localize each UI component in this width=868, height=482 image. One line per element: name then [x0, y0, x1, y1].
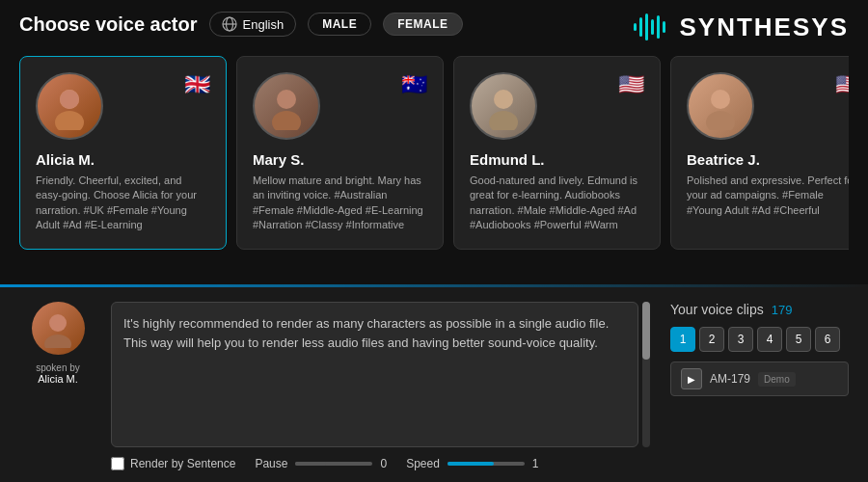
svg-point-17	[706, 111, 735, 130]
render-by-sentence: Render by Sentence	[111, 457, 235, 470]
pause-label: Pause	[255, 457, 287, 470]
actor-name-beatrice: Beatrice J.	[687, 151, 849, 168]
voice-clips-area: Your voice clips 179 1 2 3 4 5 6 ▶ AM-17…	[670, 302, 849, 470]
actor-card-edmund[interactable]: 🇺🇸 Edmund L. Good-natured and lively. Ed…	[453, 56, 661, 250]
avatar-silhouette	[45, 82, 94, 130]
pause-fill	[295, 462, 326, 466]
pause-slider-group: Pause 0	[255, 457, 387, 470]
actor-card-header-mary: 🇦🇺	[253, 72, 427, 140]
logo-area: SYNTHESYS	[632, 12, 850, 42]
actor-card-alicia[interactable]: 🇬🇧 Alicia M. Friendly. Cheerful, excited…	[19, 56, 227, 250]
scrollbar-container	[642, 302, 656, 447]
actor-card-header-edmund: 🇺🇸	[470, 72, 644, 140]
spoken-avatar-image	[39, 309, 77, 348]
audio-track-label: AM-179	[710, 372, 750, 386]
actor-avatar-beatrice	[687, 72, 754, 140]
speed-slider-group: Speed 1	[406, 457, 538, 470]
flag-au: 🇦🇺	[401, 72, 427, 97]
bottom-section: spoken by Alicia M. Render by Sentence P…	[0, 287, 868, 482]
play-button[interactable]: ▶	[681, 368, 702, 389]
avatar-silhouette-mary	[262, 82, 311, 130]
render-checkbox-input[interactable]	[111, 457, 124, 470]
svg-point-19	[44, 335, 71, 348]
actor-name-mary: Mary S.	[253, 151, 427, 168]
female-button[interactable]: FEMALE	[383, 13, 462, 36]
svg-point-18	[49, 314, 67, 332]
actor-name-alicia: Alicia M.	[36, 151, 210, 168]
text-area-wrapper: Render by Sentence Pause 0 Speed 1	[111, 302, 656, 470]
svg-rect-6	[651, 19, 654, 35]
clip-num-6[interactable]: 6	[815, 327, 840, 352]
clip-num-4[interactable]: 4	[757, 327, 782, 352]
render-label: Render by Sentence	[130, 457, 235, 470]
svg-point-11	[60, 90, 79, 109]
actor-name-edmund: Edmund L.	[470, 151, 644, 168]
spoken-avatar	[32, 302, 85, 355]
top-section: Choose voice actor English MALE FEMALE S…	[0, 0, 868, 284]
spoken-by-label: spoken by	[36, 362, 80, 373]
logo-text: SYNTHESYS	[680, 13, 850, 42]
actor-desc-alicia: Friendly. Cheerful, excited, and easy-go…	[36, 174, 210, 233]
svg-rect-5	[645, 13, 648, 40]
flag-us-edmund: 🇺🇸	[618, 72, 644, 97]
svg-rect-4	[639, 17, 642, 37]
actor-card-mary[interactable]: 🇦🇺 Mary S. Mellow mature and bright. Mar…	[236, 56, 444, 250]
clip-num-5[interactable]: 5	[786, 327, 811, 352]
speed-fill	[448, 462, 494, 466]
flag-us-beatrice: 🇺🇸	[835, 72, 849, 97]
clips-label: Your voice clips	[670, 302, 764, 317]
bottom-controls: Render by Sentence Pause 0 Speed 1	[111, 457, 656, 470]
actors-row: 🇬🇧 Alicia M. Friendly. Cheerful, excited…	[19, 56, 849, 250]
avatar-silhouette-beatrice	[696, 82, 745, 130]
clip-num-1[interactable]: 1	[670, 327, 695, 352]
actor-avatar-mary	[253, 72, 320, 140]
speed-value: 1	[532, 457, 539, 470]
actor-desc-beatrice: Polished and expressive. Perfect for you…	[687, 174, 849, 218]
avatar-silhouette-edmund	[479, 82, 528, 130]
spoken-by-name: Alicia M.	[38, 373, 78, 385]
clips-numbers: 1 2 3 4 5 6	[670, 327, 849, 352]
svg-rect-8	[663, 21, 665, 33]
globe-icon	[222, 16, 237, 32]
svg-point-12	[277, 90, 296, 109]
scroll-track	[642, 302, 650, 447]
clip-num-2[interactable]: 2	[699, 327, 724, 352]
svg-rect-3	[634, 23, 637, 31]
svg-point-10	[55, 111, 84, 130]
actor-card-header: 🇬🇧	[36, 72, 210, 140]
clip-num-3[interactable]: 3	[728, 327, 753, 352]
demo-badge: Demo	[758, 372, 796, 387]
actor-card-beatrice[interactable]: 🇺🇸 Beatrice J. Polished and expressive. …	[670, 56, 849, 250]
waveform-logo-icon	[632, 12, 670, 42]
actor-card-header-beatrice: 🇺🇸	[687, 72, 849, 140]
actor-desc-edmund: Good-natured and lively. Edmund is great…	[470, 174, 644, 233]
spoken-by-area: spoken by Alicia M.	[19, 302, 96, 470]
clips-count: 179	[772, 303, 793, 317]
svg-rect-7	[657, 15, 660, 39]
page-title: Choose voice actor	[19, 13, 198, 36]
svg-point-15	[489, 111, 518, 130]
male-button[interactable]: MALE	[308, 13, 371, 36]
language-label: English	[243, 17, 285, 32]
audio-player: ▶ AM-179 Demo	[670, 362, 849, 396]
speed-label: Speed	[406, 457, 440, 470]
pause-value: 0	[380, 457, 387, 470]
flag-uk: 🇬🇧	[184, 72, 210, 97]
svg-point-14	[494, 90, 513, 109]
clips-header: Your voice clips 179	[670, 302, 849, 317]
actor-avatar-edmund	[470, 72, 537, 140]
language-button[interactable]: English	[209, 12, 297, 37]
svg-point-16	[711, 90, 730, 109]
scroll-thumb[interactable]	[642, 302, 650, 360]
actor-desc-mary: Mellow mature and bright. Mary has an in…	[253, 174, 427, 233]
speed-slider[interactable]	[448, 462, 525, 466]
voice-text-input[interactable]	[111, 302, 638, 447]
actor-avatar-alicia	[36, 72, 103, 140]
svg-point-13	[272, 111, 301, 130]
pause-slider[interactable]	[295, 462, 372, 466]
